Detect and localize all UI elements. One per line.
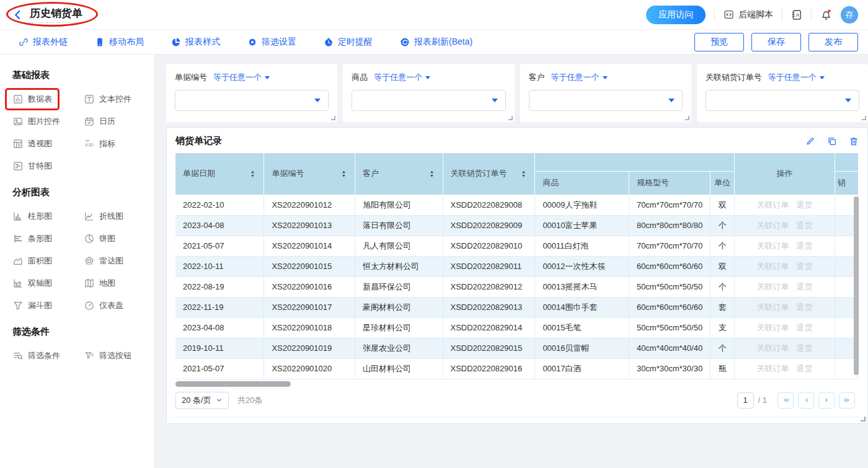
toolbar-item[interactable]: 移动布局 <box>95 37 144 48</box>
row-action-link[interactable]: 退货 <box>796 322 812 333</box>
table-horizontal-scrollbar[interactable] <box>175 381 859 387</box>
filter-value-select[interactable] <box>352 90 505 111</box>
row-action-link[interactable]: 退货 <box>796 220 812 231</box>
sidebar-item[interactable]: 双轴图 <box>12 278 52 289</box>
table-row[interactable]: 2021-05-07 XS20220901020 山田材料公司 XSDD2022… <box>175 358 859 379</box>
filter-widget-card[interactable]: 客户 等于任意一个 <box>520 64 691 122</box>
sidebar-item[interactable]: 仪表盘 <box>84 300 123 311</box>
sidebar-item[interactable]: 透视图 <box>12 138 52 149</box>
filter-widget-card[interactable]: 商品 等于任意一个 <box>343 64 514 122</box>
sidebar-item[interactable]: 面积图 <box>12 255 52 267</box>
widget-resize-handle[interactable] <box>862 116 866 120</box>
column-header[interactable]: 单据日期 <box>175 153 264 195</box>
avatar[interactable]: 存 <box>841 6 858 24</box>
预览-button[interactable]: 预览 <box>694 33 744 51</box>
sidebar-item[interactable]: 文本控件 <box>84 94 131 105</box>
widget-resize-handle[interactable] <box>331 116 335 120</box>
sidebar-item[interactable]: 甘特图 <box>12 161 52 172</box>
last-page-button[interactable] <box>839 392 855 408</box>
sub-column-header[interactable]: 规格型号 <box>629 171 710 195</box>
保存-button[interactable]: 保存 <box>751 33 801 51</box>
row-action-link[interactable]: 退货 <box>796 200 812 211</box>
copy-icon[interactable] <box>827 136 837 146</box>
sort-icon[interactable] <box>340 170 347 178</box>
row-action-link[interactable]: 关联订单 <box>756 241 789 252</box>
sidebar-item[interactable]: 图片控件 <box>12 116 60 127</box>
filter-value-select[interactable] <box>529 90 683 111</box>
column-header[interactable]: 客户 <box>355 153 443 195</box>
row-action-link[interactable]: 退货 <box>796 261 812 272</box>
sidebar-item[interactable]: 数据表 <box>7 90 58 108</box>
toolbar-item[interactable]: 报表外链 <box>19 37 68 48</box>
first-page-button[interactable] <box>777 392 794 408</box>
row-action-link[interactable]: 退货 <box>796 343 812 354</box>
sidebar-item[interactable]: 4,80指标 <box>84 138 115 149</box>
page-size-select[interactable]: 20 条/页 <box>175 392 229 409</box>
sort-icon[interactable] <box>249 170 256 178</box>
row-action-link[interactable]: 退货 <box>796 281 812 293</box>
sidebar-item[interactable]: 日历 <box>84 116 115 127</box>
row-action-link[interactable]: 关联订单 <box>756 220 789 231</box>
row-action-link[interactable]: 退货 <box>796 363 812 374</box>
row-action-link[interactable]: 关联订单 <box>756 261 789 272</box>
scrollbar-thumb[interactable] <box>175 381 291 387</box>
app-access-button[interactable]: 应用访问 <box>646 6 706 24</box>
row-action-link[interactable]: 退货 <box>796 241 812 252</box>
table-row[interactable]: 2019-10-11 XS20220901019 张屋农业公司 XSDD2022… <box>175 338 859 358</box>
widget-resize-handle[interactable] <box>861 417 866 422</box>
table-row[interactable]: 2023-04-08 XS20220901013 落日有限公司 XSDD2022… <box>175 215 859 236</box>
filter-condition-link[interactable]: 等于任意一个 <box>551 72 608 83</box>
filter-value-select[interactable] <box>706 90 859 111</box>
filter-condition-link[interactable]: 等于任意一个 <box>768 72 825 83</box>
row-action-link[interactable]: 关联订单 <box>756 200 789 211</box>
row-action-link[interactable]: 关联订单 <box>756 302 789 313</box>
row-action-link[interactable]: 关联订单 <box>756 322 789 333</box>
row-action-link[interactable]: 关联订单 <box>756 343 789 354</box>
filter-widget-card[interactable]: 单据编号 等于任意一个 <box>166 64 337 122</box>
widget-resize-handle[interactable] <box>685 116 689 120</box>
filter-condition-link[interactable]: 等于任意一个 <box>374 72 430 83</box>
row-action-link[interactable]: 关联订单 <box>756 363 789 374</box>
toolbar-item[interactable]: 筛选设置 <box>247 37 296 48</box>
sub-column-header[interactable]: 单位 <box>711 171 735 195</box>
filter-widget-card[interactable]: 关联销货订单号 等于任意一个 <box>697 64 868 122</box>
row-action-link[interactable]: 关联订单 <box>756 281 789 293</box>
sidebar-item[interactable]: 饼图 <box>84 233 115 244</box>
toolbar-item[interactable]: 定时提醒 <box>324 37 373 48</box>
filter-value-select[interactable] <box>175 90 329 111</box>
发布-button[interactable]: 发布 <box>808 33 858 51</box>
sidebar-item[interactable]: 筛选条件 <box>12 350 60 361</box>
toolbar-item[interactable]: 报表刷新(Beta) <box>400 37 472 48</box>
edit-pencil-icon[interactable] <box>805 136 815 146</box>
sidebar-item[interactable]: 柱形图 <box>12 211 52 222</box>
notification-bell-icon[interactable] <box>820 9 832 20</box>
row-action-link[interactable]: 退货 <box>796 302 812 313</box>
table-row[interactable]: 2022-02-10 XS20220901012 旭阳有限公司 XSDD2022… <box>175 195 859 215</box>
table-row[interactable]: 2022-10-11 XS20220901015 恒太方材料公司 XSDD202… <box>175 256 859 276</box>
column-header[interactable]: 单据编号 <box>264 153 355 195</box>
sidebar-item[interactable]: 漏斗图 <box>12 300 52 311</box>
sub-column-header[interactable]: 商品 <box>535 171 629 195</box>
prev-page-button[interactable] <box>798 392 814 408</box>
sidebar-item[interactable]: 条形图 <box>12 233 52 244</box>
sidebar-item[interactable]: 雷达图 <box>84 255 123 267</box>
address-book-icon[interactable]: A <box>791 9 802 20</box>
table-row[interactable]: 2022-11-19 XS20220901017 豪阁材料公司 XSDD2022… <box>175 297 859 317</box>
table-row[interactable]: 2023-04-08 XS20220901018 星珍材料公司 XSDD2022… <box>175 317 859 338</box>
table-row[interactable]: 2021-05-07 XS20220901014 凡人有限公司 XSDD2022… <box>175 236 859 256</box>
widget-resize-handle[interactable] <box>508 116 513 120</box>
sidebar-item[interactable]: 筛选按钮 <box>84 350 131 361</box>
next-page-button[interactable] <box>818 392 835 408</box>
sidebar-item[interactable]: 折线图 <box>84 211 123 222</box>
table-widget-panel[interactable]: 销货单记录 单据日期单据编号客户关联销货订单号操作商品规格型号单位销 2022-… <box>166 127 868 424</box>
table-row[interactable]: 2022-08-19 XS20220901016 新昌环保公司 XSDD2022… <box>175 276 859 297</box>
backend-script-button[interactable]: 后端脚本 <box>724 9 773 20</box>
table-vertical-scrollbar[interactable] <box>854 196 859 375</box>
sort-icon[interactable] <box>428 170 435 178</box>
sort-icon[interactable] <box>520 170 527 178</box>
back-button[interactable] <box>12 9 24 20</box>
filter-condition-link[interactable]: 等于任意一个 <box>213 72 270 83</box>
toolbar-item[interactable]: 报表样式 <box>171 37 220 48</box>
page-title[interactable]: 历史销货单 <box>29 6 85 23</box>
column-header[interactable]: 关联销货订单号 <box>443 153 535 195</box>
